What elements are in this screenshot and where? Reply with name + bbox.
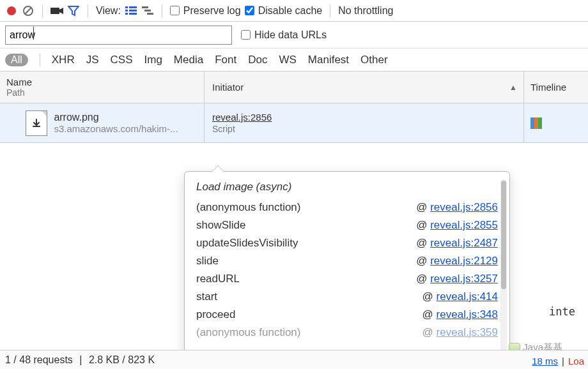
stack-fn: readURL bbox=[196, 273, 240, 285]
separator bbox=[42, 4, 43, 17]
separator bbox=[40, 54, 40, 66]
initiator-callstack-popover: Load image (async) (anonymous function) … bbox=[184, 171, 510, 369]
header-name: Name bbox=[6, 77, 197, 87]
stack-link[interactable]: reveal.js:2487 bbox=[430, 237, 498, 249]
stack-link[interactable]: reveal.js:414 bbox=[437, 290, 498, 303]
type-filter-ws[interactable]: WS bbox=[279, 54, 296, 66]
svg-rect-12 bbox=[144, 10, 151, 11]
status-time[interactable]: 18 ms bbox=[532, 356, 558, 366]
initiator-link[interactable]: reveal.js:2856 bbox=[212, 112, 272, 123]
record-icon[interactable] bbox=[5, 4, 18, 17]
svg-rect-11 bbox=[142, 6, 148, 8]
hide-data-urls-checkbox[interactable]: Hide data URLs bbox=[241, 29, 327, 41]
type-filter-img[interactable]: Img bbox=[144, 54, 162, 66]
type-filter-font[interactable]: Font bbox=[215, 54, 236, 66]
stack-fn: updateSlidesVisibility bbox=[196, 237, 298, 250]
filter-input[interactable] bbox=[5, 26, 232, 45]
stack-link[interactable]: reveal.js:348 bbox=[437, 308, 498, 320]
stack-frame: showSlide @ reveal.js:2855 bbox=[196, 216, 498, 234]
preserve-log-label: Preserve log bbox=[183, 5, 241, 17]
type-filter-other[interactable]: Other bbox=[360, 54, 388, 66]
type-filter-xhr[interactable]: XHR bbox=[52, 54, 75, 66]
svg-rect-2 bbox=[50, 8, 59, 14]
disable-cache-input[interactable] bbox=[245, 6, 254, 15]
camera-icon[interactable] bbox=[50, 4, 63, 17]
timeline-bar bbox=[530, 117, 542, 130]
preserve-log-input[interactable] bbox=[170, 6, 180, 15]
type-filter-css[interactable]: CSS bbox=[111, 54, 133, 66]
column-timeline[interactable]: Timeline bbox=[524, 72, 588, 103]
svg-line-1 bbox=[25, 8, 31, 14]
header-path: Path bbox=[6, 87, 197, 98]
stack-frame: start @ reveal.js:414 bbox=[196, 288, 498, 306]
stack-fn: (anonymous function) bbox=[196, 326, 300, 339]
separator bbox=[162, 4, 162, 17]
large-rows-icon[interactable] bbox=[125, 4, 137, 17]
disable-cache-checkbox[interactable]: Disable cache bbox=[245, 5, 323, 17]
sort-asc-icon: ▲ bbox=[509, 83, 517, 92]
truncated-text: inte bbox=[549, 305, 575, 318]
stack-link[interactable]: reveal.js:2129 bbox=[430, 255, 498, 267]
type-filter-all[interactable]: All bbox=[5, 54, 28, 66]
type-filter-bar: All XHR JS CSS Img Media Font Doc WS Man… bbox=[0, 49, 588, 72]
type-filter-media[interactable]: Media bbox=[174, 54, 203, 66]
scrollbar[interactable] bbox=[500, 179, 507, 361]
header-initiator: Initiator bbox=[212, 82, 244, 93]
clear-icon[interactable] bbox=[22, 4, 35, 17]
filter-icon[interactable] bbox=[67, 4, 80, 17]
separator bbox=[88, 4, 88, 17]
type-filter-js[interactable]: JS bbox=[86, 54, 99, 66]
svg-rect-7 bbox=[125, 10, 128, 11]
column-name[interactable]: Name Path bbox=[0, 72, 205, 103]
preserve-log-checkbox[interactable]: Preserve log bbox=[170, 5, 241, 17]
scrollbar-thumb[interactable] bbox=[501, 181, 506, 289]
request-row[interactable]: arrow.png s3.amazonaws.com/hakim-... rev… bbox=[0, 103, 588, 143]
stack-frame: updateSlidesVisibility @ reveal.js:2487 bbox=[196, 234, 498, 252]
network-toolbar: View: Preserve log Disable cache No thro… bbox=[0, 0, 588, 22]
view-label: View: bbox=[96, 5, 121, 17]
file-type-icon bbox=[26, 110, 47, 136]
request-name: arrow.png bbox=[54, 112, 178, 123]
initiator-type: Script bbox=[212, 124, 235, 134]
column-headers: Name Path Initiator ▲ Timeline bbox=[0, 72, 588, 103]
stack-frame: (anonymous function) @ reveal.js:359 bbox=[196, 324, 498, 342]
stack-link[interactable]: reveal.js:2856 bbox=[430, 201, 498, 213]
svg-rect-10 bbox=[129, 13, 137, 15]
stack-frame: proceed @ reveal.js:348 bbox=[196, 306, 498, 324]
stack-link[interactable]: reveal.js:3257 bbox=[430, 273, 498, 285]
status-size: 2.8 KB / 823 K bbox=[89, 354, 155, 366]
stack-fn: (anonymous function) bbox=[196, 201, 300, 214]
stack-frame: readURL @ reveal.js:3257 bbox=[196, 270, 498, 288]
throttling-select[interactable]: No throttling bbox=[338, 5, 393, 17]
header-timeline: Timeline bbox=[530, 82, 566, 93]
status-requests: 1 / 48 requests bbox=[5, 354, 73, 366]
type-filter-doc[interactable]: Doc bbox=[248, 54, 267, 66]
request-list: arrow.png s3.amazonaws.com/hakim-... rev… bbox=[0, 103, 588, 143]
stack-link[interactable]: reveal.js:359 bbox=[437, 326, 498, 338]
disable-cache-label: Disable cache bbox=[258, 5, 323, 17]
svg-rect-9 bbox=[125, 13, 128, 15]
svg-rect-8 bbox=[129, 10, 137, 11]
filter-row: Hide data URLs bbox=[0, 22, 588, 49]
status-load: Loa bbox=[568, 356, 584, 366]
stack-fn: proceed bbox=[196, 308, 235, 321]
stack-fn: slide bbox=[196, 255, 219, 267]
type-filter-manifest[interactable]: Manifest bbox=[308, 54, 349, 66]
stack-fn: showSlide bbox=[196, 219, 246, 232]
stack-frame: slide @ reveal.js:2129 bbox=[196, 252, 498, 270]
stack-fn: start bbox=[196, 290, 217, 303]
separator bbox=[330, 4, 330, 17]
waterfall-view-icon[interactable] bbox=[141, 4, 154, 17]
svg-rect-6 bbox=[129, 6, 137, 8]
hide-data-urls-input[interactable] bbox=[241, 30, 251, 40]
svg-rect-5 bbox=[125, 6, 128, 8]
request-host: s3.amazonaws.com/hakim-... bbox=[54, 123, 178, 134]
column-initiator[interactable]: Initiator ▲ bbox=[205, 72, 524, 103]
svg-marker-3 bbox=[59, 8, 63, 14]
popover-title: Load image (async) bbox=[196, 181, 498, 193]
stack-link[interactable]: reveal.js:2855 bbox=[430, 219, 498, 231]
status-separator: | bbox=[562, 356, 564, 366]
svg-marker-4 bbox=[68, 6, 79, 15]
svg-rect-13 bbox=[147, 13, 153, 15]
stack-frame: (anonymous function) @ reveal.js:2856 bbox=[196, 199, 498, 216]
